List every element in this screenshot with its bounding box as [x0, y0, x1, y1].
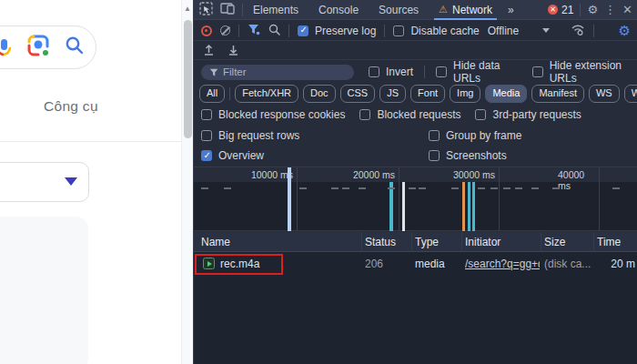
chevron-down-icon: [65, 177, 77, 186]
checkbox-icon: [201, 130, 212, 141]
timeline-gridline: [399, 167, 399, 230]
request-name[interactable]: rec.m4a: [220, 258, 357, 270]
network-overview-timeline[interactable]: 10000 ms 20000 ms 30000 ms 40000 ms: [194, 167, 637, 231]
chip-css[interactable]: CSS: [340, 85, 376, 102]
search-tools-button[interactable]: Công cụ: [44, 98, 98, 115]
checkbox-icon: [429, 130, 440, 141]
request-type: media: [415, 258, 459, 270]
scrollbar-up-icon[interactable]: ▲: [184, 5, 191, 13]
column-header-name[interactable]: Name: [201, 236, 230, 248]
chevron-down-icon: [542, 28, 550, 33]
search-icon[interactable]: [65, 35, 85, 59]
kebab-menu-icon[interactable]: ⋮: [604, 4, 616, 15]
checkbox-label: Blocked response cookies: [218, 108, 345, 121]
overview-checkbox[interactable]: Overview: [201, 149, 264, 162]
chip-fetch-xhr[interactable]: Fetch/XHR: [235, 85, 298, 102]
results-card: [0, 217, 88, 364]
page-scrollbar[interactable]: ▲: [181, 0, 193, 364]
third-party-requests-checkbox[interactable]: 3rd-party requests: [475, 108, 581, 121]
timeline-request-bar: [402, 182, 405, 231]
timeline-request-bar: [389, 182, 393, 231]
blocked-requests-checkbox[interactable]: Blocked requests: [359, 108, 460, 121]
import-har-icon[interactable]: [203, 44, 215, 58]
gear-icon[interactable]: ⚙: [587, 4, 598, 15]
timeline-gridline: [297, 167, 298, 230]
mic-icon[interactable]: [0, 39, 14, 63]
timeline-request-bar: [288, 167, 291, 231]
checkbox-icon: [359, 109, 370, 120]
checkbox-icon: [475, 109, 486, 120]
checkbox-icon: [429, 150, 440, 161]
checkbox-icon: [393, 25, 404, 36]
column-header-status[interactable]: Status: [365, 236, 396, 248]
filter-funnel-icon[interactable]: [248, 24, 260, 38]
requests-table-header[interactable]: Name Status Type Initiator Size Time: [194, 232, 637, 252]
chip-font[interactable]: Font: [410, 85, 445, 102]
tab-console[interactable]: Console: [308, 0, 369, 20]
error-badge[interactable]: ✕ 21: [548, 4, 573, 16]
filter-input[interactable]: [201, 65, 354, 80]
tab-sources[interactable]: Sources: [369, 0, 429, 20]
export-har-icon[interactable]: [228, 44, 239, 58]
timeline-request-mark: [552, 187, 560, 189]
column-header-initiator[interactable]: Initiator: [465, 236, 500, 248]
chip-doc[interactable]: Doc: [303, 85, 336, 102]
filter-funnel-icon: [209, 67, 219, 80]
more-tabs-button[interactable]: »: [502, 4, 519, 16]
chip-media[interactable]: Media: [485, 85, 527, 102]
devtools-panel: Elements Console Sources ⚠ Network » ✕ 2…: [193, 0, 637, 364]
search-icon[interactable]: [268, 24, 280, 38]
filter-row: Invert Hide data URLs Hide extension URL…: [194, 61, 637, 83]
timeline-request-mark: [490, 187, 498, 189]
chip-manifest[interactable]: Manifest: [531, 85, 584, 102]
column-header-time[interactable]: Time: [597, 236, 621, 248]
network-conditions-icon[interactable]: [571, 24, 585, 38]
request-time: 20 m: [593, 258, 635, 270]
timeline-request-mark: [503, 187, 511, 189]
checkbox-label: Big request rows: [218, 129, 299, 142]
device-toolbar-icon[interactable]: [220, 2, 235, 17]
record-icon[interactable]: [201, 25, 212, 36]
hide-data-urls-checkbox[interactable]: Hide data URLs: [436, 59, 520, 85]
timeline-request-bar: [462, 182, 465, 231]
group-by-frame-checkbox[interactable]: Group by frame: [429, 129, 521, 142]
chip-img[interactable]: Img: [450, 85, 480, 102]
timeline-gridline: [499, 167, 500, 230]
timeline-gridline: [599, 167, 600, 230]
checkbox-label: 3rd-party requests: [492, 108, 581, 121]
screenshots-checkbox[interactable]: Screenshots: [429, 149, 507, 162]
network-settings-gear-icon[interactable]: ⚙: [619, 24, 631, 37]
tab-network[interactable]: ⚠ Network: [429, 0, 502, 20]
timeline-request-mark: [531, 187, 539, 189]
checkbox-label: Overview: [218, 149, 264, 162]
chip-wasm[interactable]: Wasm: [624, 85, 637, 102]
checkbox-icon: [369, 66, 379, 77]
big-request-rows-checkbox[interactable]: Big request rows: [201, 129, 299, 142]
column-header-size[interactable]: Size: [544, 236, 565, 248]
inspect-icon[interactable]: [199, 2, 213, 18]
close-icon[interactable]: ✕: [622, 4, 632, 15]
search-bar[interactable]: [0, 25, 96, 69]
timeline-tick-label: 40000 ms: [558, 169, 598, 191]
chip-ws[interactable]: WS: [589, 85, 620, 102]
chip-all[interactable]: All: [199, 85, 225, 102]
request-initiator-link[interactable]: /search?q=gg+d%: [465, 258, 540, 270]
clear-icon[interactable]: [220, 25, 230, 35]
google-lens-icon[interactable]: [26, 34, 50, 61]
disable-cache-checkbox[interactable]: Disable cache: [393, 25, 479, 37]
column-header-type[interactable]: Type: [415, 236, 439, 248]
scrollbar-thumb[interactable]: [184, 20, 192, 138]
blocked-response-cookies-checkbox[interactable]: Blocked response cookies: [201, 108, 345, 121]
hide-extension-urls-checkbox[interactable]: Hide extension URLs: [532, 59, 637, 85]
chip-js[interactable]: JS: [379, 85, 406, 102]
checkbox-icon: [201, 109, 212, 120]
filter-dropdown[interactable]: [0, 162, 89, 202]
throttling-select[interactable]: Offline: [488, 25, 550, 37]
timeline-tick-label: 20000 ms: [353, 169, 398, 180]
checkbox-label: Hide extension URLs: [550, 59, 637, 85]
table-row[interactable]: rec.m4a 206 media /search?q=gg+d% (disk …: [194, 253, 637, 274]
tab-elements[interactable]: Elements: [243, 0, 308, 20]
toolbar-divider: [580, 4, 581, 16]
invert-checkbox[interactable]: Invert: [369, 66, 413, 78]
preserve-log-checkbox[interactable]: Preserve log: [298, 25, 376, 37]
